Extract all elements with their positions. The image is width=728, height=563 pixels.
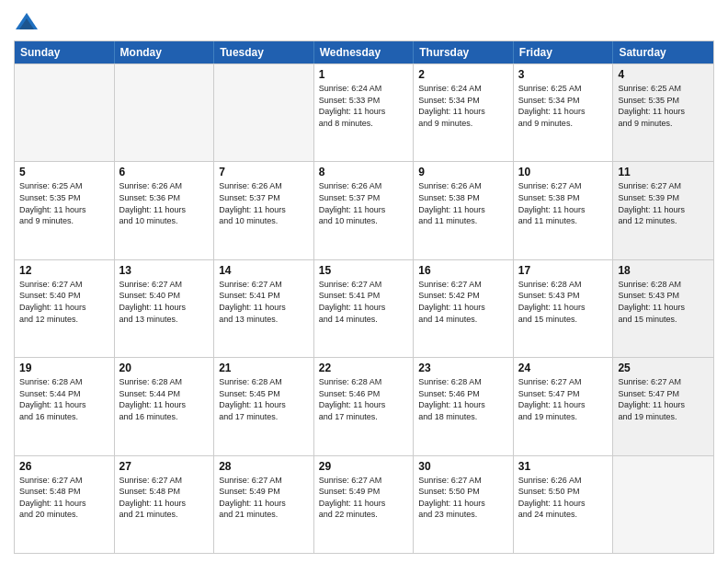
day-number: 20: [119, 362, 210, 374]
day-number: 31: [518, 460, 609, 473]
cell-text: Sunrise: 6:27 AM Sunset: 5:47 PM Dayligh…: [518, 376, 609, 422]
day-number: 16: [418, 264, 508, 277]
calendar-cell: 9Sunrise: 6:26 AM Sunset: 5:38 PM Daylig…: [414, 162, 514, 259]
calendar: SundayMondayTuesdayWednesdayThursdayFrid…: [14, 40, 714, 554]
calendar-cell: 23Sunrise: 6:28 AM Sunset: 5:46 PM Dayli…: [414, 358, 514, 454]
day-number: 30: [418, 460, 508, 473]
cell-text: Sunrise: 6:25 AM Sunset: 5:35 PM Dayligh…: [618, 83, 709, 129]
day-number: 19: [19, 362, 109, 374]
calendar-cell: 17Sunrise: 6:28 AM Sunset: 5:43 PM Dayli…: [514, 260, 614, 357]
calendar-cell: 30Sunrise: 6:27 AM Sunset: 5:50 PM Dayli…: [414, 456, 514, 553]
day-number: 27: [119, 460, 210, 473]
calendar-cell: 22Sunrise: 6:28 AM Sunset: 5:46 PM Dayli…: [314, 358, 415, 454]
day-number: 21: [219, 362, 309, 374]
cell-text: Sunrise: 6:27 AM Sunset: 5:38 PM Dayligh…: [518, 180, 609, 226]
cell-text: Sunrise: 6:27 AM Sunset: 5:48 PM Dayligh…: [119, 475, 210, 521]
cell-text: Sunrise: 6:25 AM Sunset: 5:34 PM Dayligh…: [518, 83, 609, 129]
calendar-cell: 24Sunrise: 6:27 AM Sunset: 5:47 PM Dayli…: [514, 358, 614, 454]
cell-text: Sunrise: 6:26 AM Sunset: 5:38 PM Dayligh…: [418, 180, 508, 226]
day-number: 25: [618, 362, 709, 374]
calendar-cell: 15Sunrise: 6:27 AM Sunset: 5:41 PM Dayli…: [314, 260, 415, 357]
calendar-row: 19Sunrise: 6:28 AM Sunset: 5:44 PM Dayli…: [15, 357, 713, 454]
calendar-cell: 6Sunrise: 6:26 AM Sunset: 5:36 PM Daylig…: [115, 162, 215, 259]
logo-area: [14, 9, 43, 35]
cell-text: Sunrise: 6:27 AM Sunset: 5:40 PM Dayligh…: [19, 279, 109, 325]
calendar-cell: 4Sunrise: 6:25 AM Sunset: 5:35 PM Daylig…: [613, 64, 713, 161]
weekday-header: Saturday: [613, 41, 713, 63]
calendar-body: 1Sunrise: 6:24 AM Sunset: 5:33 PM Daylig…: [15, 63, 713, 553]
cell-text: Sunrise: 6:28 AM Sunset: 5:45 PM Dayligh…: [219, 376, 309, 422]
cell-text: Sunrise: 6:27 AM Sunset: 5:49 PM Dayligh…: [319, 475, 409, 521]
calendar-cell: 18Sunrise: 6:28 AM Sunset: 5:43 PM Dayli…: [613, 260, 713, 357]
calendar-cell: [15, 64, 115, 161]
cell-text: Sunrise: 6:26 AM Sunset: 5:37 PM Dayligh…: [319, 180, 409, 226]
calendar-cell: 29Sunrise: 6:27 AM Sunset: 5:49 PM Dayli…: [314, 456, 415, 553]
day-number: 17: [518, 264, 609, 277]
day-number: 14: [219, 264, 309, 277]
calendar-row: 26Sunrise: 6:27 AM Sunset: 5:48 PM Dayli…: [15, 455, 713, 553]
calendar-cell: 11Sunrise: 6:27 AM Sunset: 5:39 PM Dayli…: [613, 162, 713, 259]
cell-text: Sunrise: 6:28 AM Sunset: 5:46 PM Dayligh…: [319, 376, 409, 422]
day-number: 29: [319, 460, 409, 473]
cell-text: Sunrise: 6:27 AM Sunset: 5:50 PM Dayligh…: [418, 475, 508, 521]
day-number: 7: [219, 166, 309, 178]
cell-text: Sunrise: 6:27 AM Sunset: 5:39 PM Dayligh…: [618, 180, 709, 226]
day-number: 15: [319, 264, 409, 277]
calendar-header: SundayMondayTuesdayWednesdayThursdayFrid…: [15, 41, 713, 63]
day-number: 11: [618, 166, 709, 178]
calendar-cell: 16Sunrise: 6:27 AM Sunset: 5:42 PM Dayli…: [414, 260, 514, 357]
day-number: 28: [219, 460, 309, 473]
page: SundayMondayTuesdayWednesdayThursdayFrid…: [0, 0, 728, 563]
day-number: 18: [618, 264, 709, 277]
calendar-cell: [214, 64, 314, 161]
day-number: 12: [19, 264, 109, 277]
cell-text: Sunrise: 6:27 AM Sunset: 5:48 PM Dayligh…: [19, 475, 109, 521]
calendar-row: 12Sunrise: 6:27 AM Sunset: 5:40 PM Dayli…: [15, 259, 713, 357]
calendar-cell: 28Sunrise: 6:27 AM Sunset: 5:49 PM Dayli…: [214, 456, 314, 553]
calendar-cell: 13Sunrise: 6:27 AM Sunset: 5:40 PM Dayli…: [115, 260, 215, 357]
day-number: 26: [19, 460, 109, 473]
calendar-cell: 26Sunrise: 6:27 AM Sunset: 5:48 PM Dayli…: [15, 456, 115, 553]
calendar-cell: 3Sunrise: 6:25 AM Sunset: 5:34 PM Daylig…: [514, 64, 614, 161]
calendar-row: 1Sunrise: 6:24 AM Sunset: 5:33 PM Daylig…: [15, 63, 713, 161]
calendar-cell: 1Sunrise: 6:24 AM Sunset: 5:33 PM Daylig…: [314, 64, 415, 161]
calendar-cell: 10Sunrise: 6:27 AM Sunset: 5:38 PM Dayli…: [514, 162, 614, 259]
weekday-header: Thursday: [414, 41, 514, 63]
cell-text: Sunrise: 6:27 AM Sunset: 5:49 PM Dayligh…: [219, 475, 309, 521]
cell-text: Sunrise: 6:26 AM Sunset: 5:37 PM Dayligh…: [219, 180, 309, 226]
weekday-header: Tuesday: [214, 41, 314, 63]
cell-text: Sunrise: 6:28 AM Sunset: 5:43 PM Dayligh…: [518, 279, 609, 325]
calendar-cell: 31Sunrise: 6:26 AM Sunset: 5:50 PM Dayli…: [514, 456, 614, 553]
cell-text: Sunrise: 6:27 AM Sunset: 5:41 PM Dayligh…: [319, 279, 409, 325]
cell-text: Sunrise: 6:28 AM Sunset: 5:43 PM Dayligh…: [618, 279, 709, 325]
cell-text: Sunrise: 6:26 AM Sunset: 5:36 PM Dayligh…: [119, 180, 210, 226]
cell-text: Sunrise: 6:27 AM Sunset: 5:41 PM Dayligh…: [219, 279, 309, 325]
calendar-cell: 20Sunrise: 6:28 AM Sunset: 5:44 PM Dayli…: [115, 358, 215, 454]
calendar-cell: 14Sunrise: 6:27 AM Sunset: 5:41 PM Dayli…: [214, 260, 314, 357]
calendar-cell: 2Sunrise: 6:24 AM Sunset: 5:34 PM Daylig…: [414, 64, 514, 161]
day-number: 5: [19, 166, 109, 178]
calendar-cell: 27Sunrise: 6:27 AM Sunset: 5:48 PM Dayli…: [115, 456, 215, 553]
weekday-header: Wednesday: [314, 41, 415, 63]
calendar-cell: 7Sunrise: 6:26 AM Sunset: 5:37 PM Daylig…: [214, 162, 314, 259]
day-number: 24: [518, 362, 609, 374]
header: [14, 9, 714, 35]
calendar-cell: 5Sunrise: 6:25 AM Sunset: 5:35 PM Daylig…: [15, 162, 115, 259]
day-number: 3: [518, 68, 609, 81]
weekday-header: Monday: [115, 41, 215, 63]
day-number: 1: [319, 68, 409, 81]
calendar-row: 5Sunrise: 6:25 AM Sunset: 5:35 PM Daylig…: [15, 161, 713, 259]
day-number: 22: [319, 362, 409, 374]
calendar-cell: 19Sunrise: 6:28 AM Sunset: 5:44 PM Dayli…: [15, 358, 115, 454]
calendar-cell: 25Sunrise: 6:27 AM Sunset: 5:47 PM Dayli…: [613, 358, 713, 454]
calendar-cell: 21Sunrise: 6:28 AM Sunset: 5:45 PM Dayli…: [214, 358, 314, 454]
weekday-header: Sunday: [15, 41, 115, 63]
day-number: 9: [418, 166, 508, 178]
calendar-cell: 8Sunrise: 6:26 AM Sunset: 5:37 PM Daylig…: [314, 162, 415, 259]
day-number: 8: [319, 166, 409, 178]
cell-text: Sunrise: 6:24 AM Sunset: 5:34 PM Dayligh…: [418, 83, 508, 129]
cell-text: Sunrise: 6:25 AM Sunset: 5:35 PM Dayligh…: [19, 180, 109, 226]
cell-text: Sunrise: 6:27 AM Sunset: 5:40 PM Dayligh…: [119, 279, 210, 325]
calendar-cell: [115, 64, 215, 161]
cell-text: Sunrise: 6:28 AM Sunset: 5:44 PM Dayligh…: [119, 376, 210, 422]
